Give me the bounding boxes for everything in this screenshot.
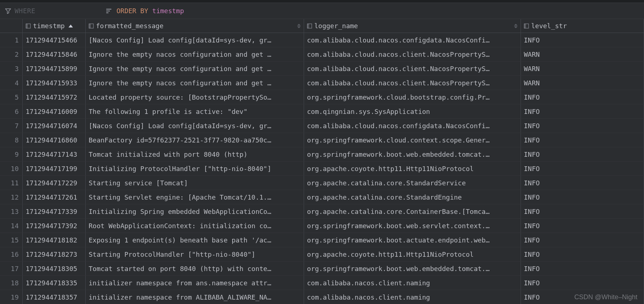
cell-timestmp[interactable]: 1712944717143 <box>23 147 86 161</box>
cell-logger-name[interactable]: com.alibaba.nacos.client.naming <box>304 290 521 304</box>
row-number[interactable]: 7 <box>0 119 23 133</box>
cell-timestmp[interactable]: 1712944716074 <box>23 119 86 133</box>
table-row[interactable]: 81712944716860BeanFactory id=57f62377-25… <box>0 133 644 147</box>
cell-level-string[interactable]: WARN <box>521 62 644 75</box>
cell-logger-name[interactable]: com.alibaba.cloud.nacos.client.NacosProp… <box>304 62 521 75</box>
cell-level-string[interactable]: INFO <box>521 162 644 175</box>
cell-formatted-message[interactable]: Ignore the empty nacos configuration and… <box>86 47 304 61</box>
row-number[interactable]: 12 <box>0 190 23 204</box>
cell-timestmp[interactable]: 1712944715972 <box>23 90 86 104</box>
table-row[interactable]: 121712944717261Starting Servlet engine: … <box>0 190 644 204</box>
cell-timestmp[interactable]: 1712944715466 <box>23 33 86 47</box>
cell-formatted-message[interactable]: [Nacos Config] Load config[dataId=sys-de… <box>86 33 304 47</box>
cell-formatted-message[interactable]: Starting service [Tomcat] <box>86 176 304 190</box>
cell-level-string[interactable]: INFO <box>521 190 644 204</box>
cell-level-string[interactable]: INFO <box>521 247 644 261</box>
row-number[interactable]: 19 <box>0 290 23 304</box>
cell-logger-name[interactable]: org.apache.catalina.core.StandardEngine <box>304 190 521 204</box>
cell-level-string[interactable]: WARN <box>521 76 644 90</box>
cell-level-string[interactable]: INFO <box>521 90 644 104</box>
cell-logger-name[interactable]: org.apache.catalina.core.ContainerBase.[… <box>304 204 521 218</box>
cell-logger-name[interactable]: com.qingnian.sys.SysApplication <box>304 104 521 118</box>
cell-timestmp[interactable]: 1712944715933 <box>23 76 86 90</box>
cell-logger-name[interactable]: org.springframework.cloud.bootstrap.conf… <box>304 90 521 104</box>
cell-formatted-message[interactable]: Ignore the empty nacos configuration and… <box>86 62 304 75</box>
cell-timestmp[interactable]: 1712944717339 <box>23 204 86 218</box>
cell-formatted-message[interactable]: Tomcat started on port 8040 (http) with … <box>86 262 304 275</box>
sort-toggle-icon[interactable] <box>297 24 301 28</box>
cell-logger-name[interactable]: org.apache.coyote.http11.Http11NioProtoc… <box>304 247 521 261</box>
cell-timestmp[interactable]: 1712944718357 <box>23 290 86 304</box>
cell-level-string[interactable]: WARN <box>521 47 644 61</box>
cell-timestmp[interactable]: 1712944717392 <box>23 219 86 233</box>
row-number[interactable]: 9 <box>0 147 23 161</box>
column-header-timestmp[interactable]: timestmp <box>23 19 86 33</box>
row-number[interactable]: 6 <box>0 104 23 118</box>
table-row[interactable]: 131712944717339Initializing Spring embed… <box>0 204 644 219</box>
cell-logger-name[interactable]: com.alibaba.cloud.nacos.configdata.Nacos… <box>304 33 521 47</box>
row-number[interactable]: 15 <box>0 233 23 247</box>
row-number[interactable]: 5 <box>0 90 23 104</box>
cell-timestmp[interactable]: 1712944718335 <box>23 276 86 290</box>
table-row[interactable]: 191712944718357initializer namespace fro… <box>0 290 644 304</box>
cell-level-string[interactable]: INFO <box>521 233 644 247</box>
cell-logger-name[interactable]: org.springframework.cloud.context.scope.… <box>304 133 521 147</box>
cell-logger-name[interactable]: org.apache.coyote.http11.Http11NioProtoc… <box>304 162 521 175</box>
table-row[interactable]: 31712944715899Ignore the empty nacos con… <box>0 62 644 76</box>
cell-formatted-message[interactable]: BeanFactory id=57f62377-2521-3f77-9820-a… <box>86 133 304 147</box>
cell-logger-name[interactable]: com.alibaba.nacos.client.naming <box>304 276 521 290</box>
orderby-filter[interactable]: ORDER BY timestmp <box>101 7 644 15</box>
cell-level-string[interactable]: INFO <box>521 119 644 133</box>
cell-formatted-message[interactable]: [Nacos Config] Load config[dataId=sys-de… <box>86 119 304 133</box>
cell-level-string[interactable]: INFO <box>521 133 644 147</box>
table-row[interactable]: 91712944717143Tomcat initialized with po… <box>0 147 644 162</box>
cell-logger-name[interactable]: org.springframework.boot.web.servlet.con… <box>304 219 521 233</box>
cell-timestmp[interactable]: 1712944715846 <box>23 47 86 61</box>
cell-timestmp[interactable]: 1712944717229 <box>23 176 86 190</box>
cell-formatted-message[interactable]: Initializing Spring embedded WebApplicat… <box>86 204 304 218</box>
cell-level-string[interactable]: INFO <box>521 104 644 118</box>
column-header-formatted-message[interactable]: formatted_message <box>86 19 304 33</box>
cell-level-string[interactable]: INFO <box>521 262 644 275</box>
row-number[interactable]: 1 <box>0 33 23 47</box>
cell-formatted-message[interactable]: Exposing 1 endpoint(s) beneath base path… <box>86 233 304 247</box>
cell-timestmp[interactable]: 1712944716009 <box>23 104 86 118</box>
cell-logger-name[interactable]: com.alibaba.cloud.nacos.client.NacosProp… <box>304 47 521 61</box>
cell-logger-name[interactable]: org.springframework.boot.actuate.endpoin… <box>304 233 521 247</box>
cell-formatted-message[interactable]: initializer namespace from ALIBABA_ALIWA… <box>86 290 304 304</box>
table-row[interactable]: 61712944716009The following 1 profile is… <box>0 104 644 119</box>
cell-level-string[interactable]: INFO <box>521 147 644 161</box>
cell-logger-name[interactable]: com.alibaba.cloud.nacos.client.NacosProp… <box>304 76 521 90</box>
cell-timestmp[interactable]: 1712944715899 <box>23 62 86 75</box>
cell-timestmp[interactable]: 1712944718273 <box>23 247 86 261</box>
row-number[interactable]: 4 <box>0 76 23 90</box>
cell-timestmp[interactable]: 1712944716860 <box>23 133 86 147</box>
cell-formatted-message[interactable]: Located property source: [BootstrapPrope… <box>86 90 304 104</box>
row-number[interactable]: 14 <box>0 219 23 233</box>
row-number[interactable]: 2 <box>0 47 23 61</box>
cell-timestmp[interactable]: 1712944717261 <box>23 190 86 204</box>
column-header-logger-name[interactable]: logger_name <box>304 19 521 33</box>
cell-timestmp[interactable]: 1712944718305 <box>23 262 86 275</box>
cell-logger-name[interactable]: com.alibaba.cloud.nacos.configdata.Nacos… <box>304 119 521 133</box>
cell-formatted-message[interactable]: Root WebApplicationContext: initializati… <box>86 219 304 233</box>
cell-formatted-message[interactable]: Starting Servlet engine: [Apache Tomcat/… <box>86 190 304 204</box>
table-row[interactable]: 151712944718182Exposing 1 endpoint(s) be… <box>0 233 644 247</box>
sort-toggle-icon[interactable] <box>514 24 518 28</box>
table-row[interactable]: 101712944717199Initializing ProtocolHand… <box>0 162 644 176</box>
row-number[interactable]: 8 <box>0 133 23 147</box>
cell-level-string[interactable]: INFO <box>521 204 644 218</box>
table-row[interactable]: 171712944718305Tomcat started on port 80… <box>0 262 644 276</box>
table-body[interactable]: 11712944715466[Nacos Config] Load config… <box>0 33 644 304</box>
cell-formatted-message[interactable]: Ignore the empty nacos configuration and… <box>86 76 304 90</box>
table-row[interactable]: 51712944715972Located property source: [… <box>0 90 644 104</box>
row-number[interactable]: 16 <box>0 247 23 261</box>
table-row[interactable]: 21712944715846Ignore the empty nacos con… <box>0 47 644 62</box>
cell-formatted-message[interactable]: The following 1 profile is active: "dev" <box>86 104 304 118</box>
cell-logger-name[interactable]: org.springframework.boot.web.embedded.to… <box>304 262 521 275</box>
cell-timestmp[interactable]: 1712944718182 <box>23 233 86 247</box>
column-header-level-string[interactable]: level_str <box>521 19 644 33</box>
gutter-header[interactable] <box>0 19 23 33</box>
row-number[interactable]: 10 <box>0 162 23 175</box>
cell-level-string[interactable]: INFO <box>521 33 644 47</box>
